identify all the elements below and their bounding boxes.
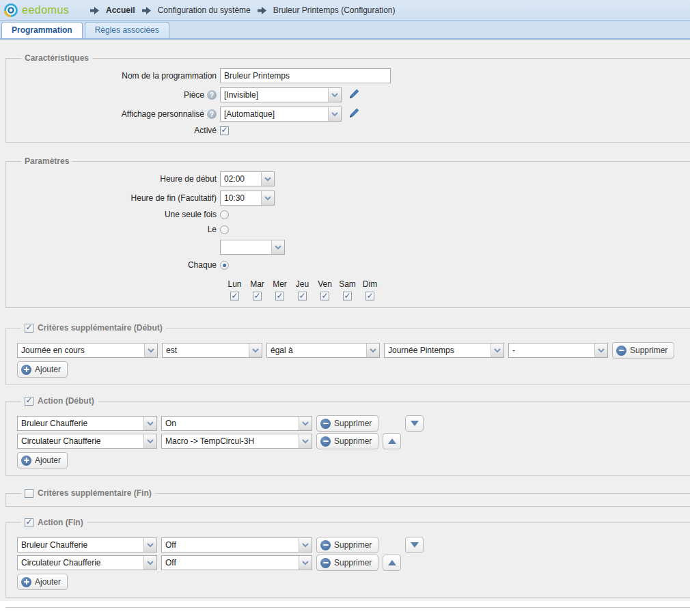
move-up-button[interactable]	[383, 555, 401, 571]
remove-action-button[interactable]: Supprimer	[316, 433, 378, 449]
display-select[interactable]: [Automatique]	[220, 107, 342, 122]
action-value-value: Macro -> TempCircul-3H	[162, 434, 299, 448]
criteria-extra-select[interactable]: -	[508, 343, 608, 358]
action-device-select[interactable]: Circulateur Chaufferie	[17, 555, 157, 570]
room-select[interactable]: [Invisible]	[220, 87, 342, 102]
action-device-value: Bruleur Chaufferie	[18, 417, 143, 430]
add-criteria-label: Ajouter	[35, 365, 61, 374]
arrow-up-icon	[388, 438, 396, 444]
weekday-checkbox[interactable]	[253, 292, 262, 300]
add-action-button[interactable]: Ajouter	[17, 452, 68, 468]
chevron-down-icon	[328, 107, 341, 121]
section-caracteristiques: Caractéristiques Nom de la programmation…	[5, 53, 690, 143]
add-action-button[interactable]: Ajouter	[17, 574, 68, 590]
minus-circle-icon	[320, 436, 331, 447]
tab-programmation[interactable]: Programmation	[1, 22, 83, 38]
once-radio[interactable]	[220, 210, 229, 219]
add-criteria-button[interactable]: Ajouter	[17, 361, 68, 378]
display-label: Affichage personnalisé ?	[17, 109, 217, 119]
tab-regles-associees[interactable]: Règles associées	[85, 22, 169, 38]
action-device-select[interactable]: Bruleur Chaufferie	[17, 416, 157, 431]
action-value-select[interactable]: Off	[161, 555, 312, 570]
criteria-extra-value: -	[509, 344, 594, 357]
date-select[interactable]	[220, 240, 285, 255]
remove-criteria-button[interactable]: Supprimer	[612, 342, 674, 359]
plus-circle-icon	[21, 456, 31, 466]
each-label: Chaque	[17, 260, 217, 270]
criteria-value-select[interactable]: Journée Pintemps	[384, 343, 504, 358]
criteria-device-value: Journée en cours	[18, 344, 144, 357]
start-time-select[interactable]: 02:00	[220, 171, 275, 186]
weekday-sun: Dim	[359, 279, 381, 300]
move-up-button[interactable]	[383, 433, 401, 449]
weekday-fri: Ven	[314, 279, 336, 300]
action-device-select[interactable]: Bruleur Chaufferie	[17, 537, 157, 552]
help-icon[interactable]: ?	[207, 90, 217, 100]
weekday-checkbox[interactable]	[230, 292, 239, 300]
move-down-button[interactable]	[405, 415, 424, 432]
section-action-debut-title: Action (Début)	[38, 396, 94, 406]
weekday-checkbox[interactable]	[320, 292, 329, 300]
remove-action-label: Supprimer	[334, 558, 372, 568]
chevron-down-icon	[299, 417, 312, 430]
enabled-label: Activé	[17, 126, 217, 135]
move-down-button[interactable]	[405, 537, 424, 553]
action-value-select[interactable]: Macro -> TempCircul-3H	[161, 434, 312, 449]
section-criteres-debut: Critères supplémentaire (Début) Journée …	[5, 323, 690, 385]
weekday-checkbox[interactable]	[343, 292, 352, 300]
criteres-debut-checkbox[interactable]	[25, 324, 33, 333]
breadcrumb-home[interactable]: Accueil	[106, 5, 135, 15]
minus-circle-icon	[320, 419, 331, 429]
start-time-label: Heure de début	[17, 174, 217, 184]
breadcrumb-current[interactable]: Bruleur Printemps (Configuration)	[273, 5, 396, 15]
date-radio[interactable]	[220, 225, 229, 234]
action-value-select[interactable]: On	[161, 416, 312, 431]
remove-action-button[interactable]: Supprimer	[316, 537, 378, 553]
weekday-checkbox[interactable]	[298, 292, 307, 300]
action-value-select[interactable]: Off	[161, 537, 312, 552]
edit-room-pencil-icon[interactable]	[348, 88, 360, 102]
enabled-checkbox[interactable]	[220, 126, 229, 135]
criteria-comparator-select[interactable]: égal à	[266, 343, 380, 358]
top-header: eedomus Accueil Configuration du système…	[0, 0, 690, 21]
help-icon[interactable]: ?	[207, 109, 217, 119]
room-label-text: Pièce	[184, 90, 204, 100]
criteres-fin-checkbox[interactable]	[25, 489, 33, 498]
chevron-down-icon	[143, 538, 156, 552]
criteria-value-value: Journée Pintemps	[385, 344, 491, 357]
remove-action-button[interactable]: Supprimer	[316, 555, 378, 571]
breadcrumb-config[interactable]: Configuration du système	[158, 5, 251, 15]
criteria-device-select[interactable]: Journée en cours	[17, 343, 158, 358]
weekday-checkbox[interactable]	[275, 292, 284, 300]
edit-display-pencil-icon[interactable]	[348, 107, 360, 121]
weekday-label: Jeu	[296, 279, 309, 289]
chevron-down-icon	[144, 344, 157, 357]
section-criteres-fin-title: Critères supplémentaire (Fin)	[38, 488, 152, 498]
display-select-value: [Automatique]	[221, 107, 328, 121]
end-time-select[interactable]: 10:30	[220, 191, 275, 206]
remove-criteria-label: Supprimer	[630, 346, 667, 355]
add-action-label: Ajouter	[35, 577, 61, 587]
action-fin-checkbox[interactable]	[25, 518, 33, 527]
weekday-sat: Sam	[336, 279, 359, 300]
action-device-select[interactable]: Circulateur Chaufferie	[17, 434, 157, 449]
plus-circle-icon	[21, 577, 31, 587]
room-label: Pièce ?	[17, 90, 217, 100]
section-caracteristiques-legend: Caractéristiques	[21, 53, 92, 63]
breadcrumb: Accueil Configuration du système Bruleur…	[89, 5, 396, 15]
add-action-label: Ajouter	[35, 456, 61, 465]
eedomus-logo[interactable]: eedomus	[3, 3, 89, 18]
programmation-name-input[interactable]	[220, 68, 391, 83]
chevron-down-icon	[143, 434, 156, 448]
chevron-down-icon	[594, 344, 607, 357]
section-parametres: Paramètres Heure de début 02:00 Heure de…	[5, 156, 690, 308]
start-time-value: 02:00	[221, 172, 261, 186]
action-debut-checkbox[interactable]	[25, 397, 33, 406]
criteria-operator-select[interactable]: est	[162, 343, 262, 358]
section-parametres-legend: Paramètres	[21, 156, 72, 166]
weekday-checkbox[interactable]	[365, 292, 374, 300]
each-radio[interactable]	[220, 261, 229, 270]
section-criteres-debut-legend: Critères supplémentaire (Début)	[21, 323, 166, 333]
main-content: Caractéristiques Nom de la programmation…	[0, 40, 690, 601]
remove-action-button[interactable]: Supprimer	[316, 415, 378, 432]
